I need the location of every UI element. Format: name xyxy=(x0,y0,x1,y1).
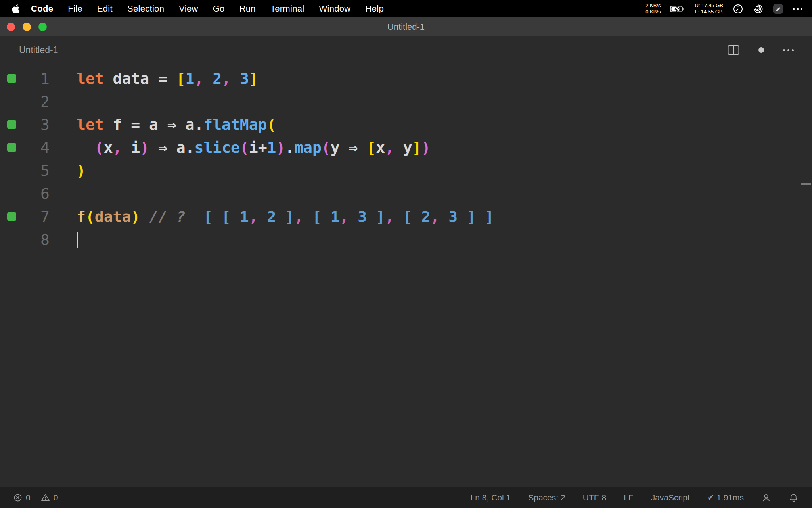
menu-item-terminal[interactable]: Terminal xyxy=(270,4,304,14)
spiral-glyph xyxy=(753,4,764,14)
code-token: , xyxy=(385,208,394,225)
code-line-6[interactable]: 6 xyxy=(0,182,812,205)
battery-icon[interactable] xyxy=(670,5,685,13)
apple-menu[interactable] xyxy=(12,4,20,13)
split-editor-icon xyxy=(728,45,739,55)
indentation-indicator[interactable]: Spaces: 2 xyxy=(528,493,565,502)
line-number[interactable]: 5 xyxy=(0,159,50,182)
notifications-bell-icon[interactable] xyxy=(789,493,799,503)
code-token: ) xyxy=(421,139,431,156)
code-line-3[interactable]: 3let f = a ⇒ a.flatMap( xyxy=(0,113,812,136)
code-token: ( xyxy=(86,208,95,225)
menu-item-edit[interactable]: Edit xyxy=(97,4,113,14)
spiral-icon[interactable] xyxy=(753,4,764,14)
person-icon[interactable] xyxy=(761,493,771,503)
code-token: ) xyxy=(131,208,140,225)
code-line-5[interactable]: 5) xyxy=(0,159,812,182)
code-text: f(data) // ? [ [ 1, 2 ], [ 1, 3 ], [ 2, … xyxy=(50,205,494,228)
code-line-8[interactable]: 8 xyxy=(0,228,812,251)
traffic-light-minimize[interactable] xyxy=(23,23,31,31)
traffic-light-zoom[interactable] xyxy=(38,23,47,31)
code-token: 3 xyxy=(231,70,249,87)
menu-items: CodeFileEditSelectionViewGoRunTerminalWi… xyxy=(31,4,384,14)
menu-bar-status: 2 KB/s 0 KB/s U: 17.45 GB F: 14.55 GB xyxy=(645,2,802,15)
menu-item-go[interactable]: Go xyxy=(213,4,225,14)
code-token: , xyxy=(385,139,394,156)
eol-indicator[interactable]: LF xyxy=(624,493,634,502)
code-line-2[interactable]: 2 xyxy=(0,90,812,113)
language-mode-indicator[interactable]: JavaScript xyxy=(651,493,690,502)
code-token: [ 2 xyxy=(394,208,431,225)
memory-indicator[interactable]: U: 17.45 GB F: 14.55 GB xyxy=(695,2,723,15)
code-token: 2 xyxy=(203,70,222,87)
code-line-1[interactable]: 1let data = [1, 2, 3] xyxy=(0,67,812,90)
code-token: x xyxy=(104,139,113,156)
error-count: 0 xyxy=(26,493,31,502)
code-text: ) xyxy=(50,159,86,182)
encoding-indicator[interactable]: UTF-8 xyxy=(583,493,607,502)
menu-item-help[interactable]: Help xyxy=(365,4,383,14)
menu-item-view[interactable]: View xyxy=(179,4,198,14)
code-line-4[interactable]: 4 (x, i) ⇒ a.slice(i+1).map(y ⇒ [x, y]) xyxy=(0,136,812,159)
code-text: (x, i) ⇒ a.slice(i+1).map(y ⇒ [x, y]) xyxy=(50,136,431,159)
gauge-glyph xyxy=(733,4,743,14)
quokka-coverage-square xyxy=(7,74,16,83)
code-token: f xyxy=(77,208,86,225)
menu-item-selection[interactable]: Selection xyxy=(127,4,164,14)
network-speed-indicator[interactable]: 2 KB/s 0 KB/s xyxy=(645,2,661,15)
code-token: ) xyxy=(140,139,149,156)
line-number[interactable]: 2 xyxy=(0,90,50,113)
code-token: 3 ] ] xyxy=(439,208,494,225)
mem-used-label: U: 17.45 GB xyxy=(695,2,723,9)
bell-glyph xyxy=(789,493,799,503)
code-token: [ xyxy=(176,70,186,87)
dark-app-glyph xyxy=(773,4,783,14)
gauge-icon[interactable] xyxy=(733,4,743,14)
line-number[interactable]: 6 xyxy=(0,182,50,205)
code-area[interactable]: 1let data = [1, 2, 3]23let f = a ⇒ a.fla… xyxy=(0,64,812,251)
code-token: ) xyxy=(77,162,86,179)
code-text: let f = a ⇒ a.flatMap( xyxy=(50,113,276,136)
window-title: Untitled-1 xyxy=(387,22,425,32)
problems-errors[interactable]: 0 xyxy=(13,493,31,502)
unsaved-changes-indicator[interactable] xyxy=(758,47,764,53)
code-token: f xyxy=(104,116,131,133)
menu-item-window[interactable]: Window xyxy=(319,4,350,14)
status-bar-right: Ln 8, Col 1 Spaces: 2 UTF-8 LF JavaScrip… xyxy=(471,493,799,503)
code-token: ⇒ xyxy=(149,139,176,156)
cursor-position-indicator[interactable]: Ln 8, Col 1 xyxy=(471,493,511,502)
code-token: , xyxy=(249,208,258,225)
menu-item-code[interactable]: Code xyxy=(31,4,53,14)
problems-warnings[interactable]: 0 xyxy=(41,493,58,502)
editor-actions xyxy=(728,45,794,55)
code-token: = xyxy=(158,70,167,87)
code-line-7[interactable]: 7f(data) // ? [ [ 1, 2 ], [ 1, 3 ], [ 2,… xyxy=(0,205,812,228)
editor-title-label: Untitled-1 xyxy=(19,45,58,56)
person-glyph xyxy=(761,493,771,503)
more-actions-button[interactable] xyxy=(783,49,794,51)
warning-icon xyxy=(41,493,50,502)
quokka-performance-indicator[interactable]: ✔ 1.91ms xyxy=(707,493,744,502)
status-bar: 0 0 Ln 8, Col 1 Spaces: 2 UTF-8 LF JavaS… xyxy=(0,487,812,508)
split-editor-button[interactable] xyxy=(728,45,739,55)
menu-item-run[interactable]: Run xyxy=(239,4,256,14)
scrollbar-thumb[interactable] xyxy=(801,183,811,185)
code-token xyxy=(167,70,176,87)
code-token: , xyxy=(294,208,303,225)
code-token: , xyxy=(340,208,349,225)
text-cursor xyxy=(77,232,78,248)
quokka-coverage-square xyxy=(7,212,16,221)
code-token: map xyxy=(294,139,322,156)
mem-free-label: F: 14.55 GB xyxy=(695,9,723,15)
code-token: ⇒ xyxy=(167,116,176,133)
code-token: a. xyxy=(176,139,195,156)
editor-header: Untitled-1 xyxy=(0,36,812,64)
line-number[interactable]: 8 xyxy=(0,228,50,251)
dark-app-icon[interactable] xyxy=(773,4,783,14)
menu-overflow-icon[interactable] xyxy=(793,8,802,10)
menu-item-file[interactable]: File xyxy=(68,4,82,14)
code-token: x xyxy=(376,139,385,156)
traffic-light-close[interactable] xyxy=(7,23,15,31)
menu-bar: CodeFileEditSelectionViewGoRunTerminalWi… xyxy=(0,0,812,17)
code-token: 1 xyxy=(186,70,195,87)
